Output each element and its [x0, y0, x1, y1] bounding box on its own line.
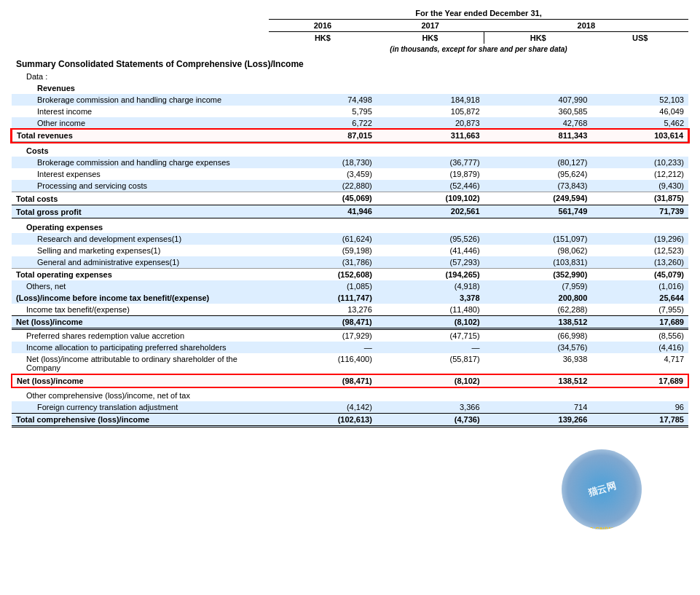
net-attributable-label: Net (loss)/income attributable to ordina… — [12, 353, 269, 374]
income-allocation-2018us: (4,416) — [591, 342, 688, 353]
income-tax-2018hk: (62,288) — [484, 304, 592, 316]
interest-expense-row: Interest expenses (3,459) (19,879) (95,6… — [12, 168, 688, 180]
processing-costs-row: Processing and servicing costs (22,880) … — [12, 180, 688, 192]
brokerage-commission-2018hk: 407,990 — [484, 94, 592, 106]
total-costs-row: Total costs (45,069) (109,102) (249,594)… — [12, 192, 688, 205]
preferred-shares-2018hk: (66,998) — [484, 329, 592, 342]
total-gross-profit-2018hk: 561,749 — [484, 205, 592, 218]
foreign-currency-label: Foreign currency translation adjustment — [12, 401, 269, 414]
processing-costs-2017: (52,446) — [377, 180, 484, 192]
rnd-expenses-2018hk: (151,097) — [484, 233, 592, 245]
revenues-label: Revenues — [12, 82, 269, 94]
income-tax-2016: 13,276 — [269, 304, 377, 316]
total-comprehensive-row: Total comprehensive (loss)/income (102,6… — [12, 414, 688, 427]
total-gross-profit-2017: 202,561 — [377, 205, 484, 218]
loss-income-before-tax-2016: (111,747) — [269, 292, 377, 304]
total-opex-2016: (152,608) — [269, 269, 377, 281]
general-expenses-label: General and administrative expenses(1) — [12, 256, 269, 269]
total-comprehensive-2016: (102,613) — [269, 414, 377, 427]
brokerage-commission-2016: 74,498 — [269, 94, 377, 106]
interest-expense-2018us: (12,212) — [591, 168, 688, 180]
processing-costs-label: Processing and servicing costs — [12, 180, 269, 192]
total-comprehensive-2018us: 17,785 — [591, 414, 688, 427]
costs-label: Costs — [12, 142, 269, 157]
general-expenses-2017: (57,293) — [377, 256, 484, 269]
net-attributable-row: Net (loss)/income attributable to ordina… — [12, 353, 688, 374]
selling-expenses-2016: (59,198) — [269, 245, 377, 256]
interest-income-row: Interest income 5,795 105,872 360,585 46… — [12, 106, 688, 117]
others-net-2018us: (1,016) — [591, 280, 688, 292]
total-revenues-label: Total revenues — [12, 130, 269, 142]
income-tax-2017: (11,480) — [377, 304, 484, 316]
year-2018-header: 2018 — [484, 20, 688, 32]
interest-income-label: Interest income — [12, 106, 269, 117]
net-attributable-2018us: 4,717 — [591, 353, 688, 374]
other-comprehensive-label-row: Other comprehensive (loss)/income, net o… — [12, 387, 688, 401]
total-comprehensive-2017: (4,736) — [377, 414, 484, 427]
foreign-currency-2018hk: 714 — [484, 401, 592, 414]
header-currency-row: HK$ HK$ HK$ US$ — [12, 32, 688, 44]
total-gross-profit-row: Total gross profit 41,946 202,561 561,74… — [12, 205, 688, 218]
selling-expenses-row: Selling and marketing expenses(1) (59,19… — [12, 245, 688, 256]
total-gross-profit-label: Total gross profit — [12, 205, 269, 218]
income-tax-2018us: (7,955) — [591, 304, 688, 316]
total-opex-row: Total operating expenses (152,608) (194,… — [12, 269, 688, 281]
costs-label-row: Costs — [12, 142, 688, 157]
income-allocation-2017: — — [377, 342, 484, 353]
total-revenues-2017: 311,663 — [377, 130, 484, 142]
total-revenues-row: Total revenues 87,015 311,663 811,343 10… — [12, 130, 688, 142]
selling-expenses-2018us: (12,523) — [591, 245, 688, 256]
foreign-currency-2017: 3,366 — [377, 401, 484, 414]
income-allocation-row: Income allocation to participating prefe… — [12, 342, 688, 353]
data-label: Data : — [12, 71, 269, 82]
opex-label: Operating expenses — [12, 218, 269, 234]
total-comprehensive-label: Total comprehensive (loss)/income — [12, 414, 269, 427]
currency-hk-2018: HK$ — [484, 32, 592, 44]
opex-label-row: Operating expenses — [12, 218, 688, 234]
other-income-2018hk: 42,768 — [484, 117, 592, 130]
selling-expenses-label: Selling and marketing expenses(1) — [12, 245, 269, 256]
others-net-2017: (4,918) — [377, 280, 484, 292]
income-allocation-2016: — — [269, 342, 377, 353]
income-tax-row: Income tax benefit/(expense) 13,276 (11,… — [12, 304, 688, 316]
total-costs-2017: (109,102) — [377, 192, 484, 205]
currency-us-2018: US$ — [591, 32, 688, 44]
net-loss-income-2018us: 17,689 — [591, 316, 688, 329]
general-expenses-2018hk: (103,831) — [484, 256, 592, 269]
interest-income-2016: 5,795 — [269, 106, 377, 117]
total-costs-2018us: (31,875) — [591, 192, 688, 205]
period-header: For the Year ended December 31, — [269, 7, 688, 20]
net-loss-income-2017: (8,102) — [377, 316, 484, 329]
rnd-expenses-2016: (61,624) — [269, 233, 377, 245]
net-loss-income2-2018us: 17,689 — [591, 374, 688, 387]
section-title: Summary Consolidated Statements of Compr… — [12, 55, 688, 71]
other-income-row: Other income 6,722 20,873 42,768 5,462 — [12, 117, 688, 130]
selling-expenses-2018hk: (98,062) — [484, 245, 592, 256]
income-tax-label: Income tax benefit/(expense) — [12, 304, 269, 316]
net-loss-income-row: Net (loss)/income (98,471) (8,102) 138,5… — [12, 316, 688, 329]
other-income-2016: 6,722 — [269, 117, 377, 130]
net-loss-income-row2: Net (loss)/income (98,471) (8,102) 138,5… — [12, 374, 688, 387]
net-attributable-2017: (55,817) — [377, 353, 484, 374]
general-expenses-2016: (31,786) — [269, 256, 377, 269]
other-income-2017: 20,873 — [377, 117, 484, 130]
foreign-currency-2018us: 96 — [591, 401, 688, 414]
loss-income-before-tax-row: (Loss)/income before income tax benefit/… — [12, 292, 688, 304]
total-revenues-2018us: 103,614 — [591, 130, 688, 142]
brokerage-commission-2017: 184,918 — [377, 94, 484, 106]
brokerage-expense-2017: (36,777) — [377, 157, 484, 168]
total-costs-2018hk: (249,594) — [484, 192, 592, 205]
processing-costs-2018us: (9,430) — [591, 180, 688, 192]
others-net-row: Others, net (1,085) (4,918) (7,959) (1,0… — [12, 280, 688, 292]
other-comprehensive-label: Other comprehensive (loss)/income, net o… — [12, 387, 688, 401]
total-opex-2018us: (45,079) — [591, 269, 688, 281]
interest-income-2017: 105,872 — [377, 106, 484, 117]
total-opex-2018hk: (352,990) — [484, 269, 592, 281]
interest-expense-2016: (3,459) — [269, 168, 377, 180]
brokerage-expense-row: Brokerage commission and handling charge… — [12, 157, 688, 168]
year-2016-header: 2016 — [269, 20, 377, 32]
net-loss-income-2016: (98,471) — [269, 316, 377, 329]
watermark: 猫云网 UC22.CN/WANG — [562, 449, 649, 537]
total-revenues-2018hk: 811,343 — [484, 130, 592, 142]
preferred-shares-label: Preferred shares redemption value accret… — [12, 329, 269, 342]
